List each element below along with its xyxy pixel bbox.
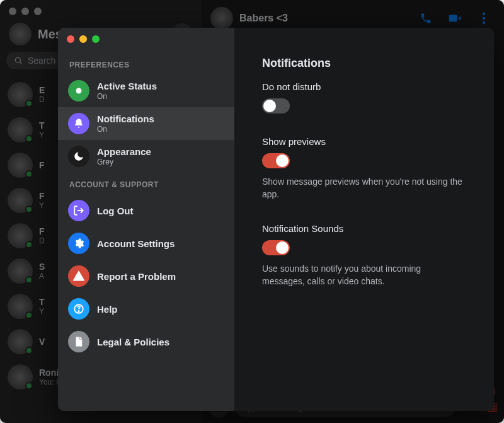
presence-icon xyxy=(25,347,33,354)
nav-help[interactable]: Help xyxy=(58,293,234,325)
active-status-icon xyxy=(68,80,89,101)
presence-icon xyxy=(25,206,33,213)
setting-previews: Show previews Show message previews when… xyxy=(262,136,466,200)
presence-icon xyxy=(25,382,33,390)
previews-label: Show previews xyxy=(262,136,466,147)
presence-icon xyxy=(25,170,33,178)
chat-preview: Y xyxy=(39,130,45,139)
search-placeholder: Search xyxy=(28,55,55,66)
avatar xyxy=(8,258,33,284)
svg-line-1 xyxy=(20,62,22,64)
search-icon xyxy=(14,56,23,65)
preferences-content: Notifications Do not disturb Show previe… xyxy=(234,28,494,411)
sounds-toggle[interactable] xyxy=(262,240,290,255)
maximize-dialog-icon[interactable] xyxy=(92,35,100,43)
setting-dnd: Do not disturb xyxy=(262,81,466,113)
bell-icon xyxy=(68,113,89,134)
svg-point-6 xyxy=(76,88,82,94)
app-window: Messenger Search E D T Y F F xyxy=(0,0,504,423)
sounds-desc: Use sounds to notify you about incoming … xyxy=(262,263,464,287)
chat-name: S xyxy=(39,262,45,272)
moon-icon xyxy=(68,146,89,167)
avatar xyxy=(8,223,33,248)
nav-active-status[interactable]: Active StatusOn xyxy=(58,74,234,107)
chat-preview: A xyxy=(39,272,45,281)
alert-icon xyxy=(68,265,89,287)
section-account: ACCOUNT & SUPPORT xyxy=(58,173,234,194)
nav-account-settings[interactable]: Account Settings xyxy=(58,227,234,260)
logout-icon xyxy=(68,200,89,221)
nav-report-problem[interactable]: Report a Problem xyxy=(58,260,234,293)
avatar[interactable] xyxy=(9,23,32,45)
chat-name: E xyxy=(39,85,45,95)
avatar xyxy=(8,294,33,319)
help-icon xyxy=(68,298,89,320)
svg-point-3 xyxy=(483,13,485,15)
content-title: Notifications xyxy=(262,57,466,70)
chat-preview: D xyxy=(39,236,45,245)
chat-name: F xyxy=(39,160,45,170)
chat-name: F xyxy=(39,226,45,236)
window-controls xyxy=(9,8,42,15)
chat-name: T xyxy=(39,297,45,307)
avatar xyxy=(8,188,33,213)
svg-point-8 xyxy=(78,311,79,312)
minimize-window-icon[interactable] xyxy=(21,8,29,15)
gear-icon xyxy=(68,233,89,254)
nav-appearance[interactable]: AppearanceGrey xyxy=(58,140,234,173)
chat-name: V xyxy=(39,337,45,347)
preferences-dialog: PREFERENCES Active StatusOn Notification… xyxy=(58,28,494,411)
svg-point-0 xyxy=(15,57,20,62)
nav-log-out[interactable]: Log Out xyxy=(58,194,234,227)
presence-icon xyxy=(25,311,33,319)
chat-name: T xyxy=(39,120,45,130)
avatar xyxy=(8,153,33,178)
svg-point-4 xyxy=(483,17,485,20)
svg-rect-2 xyxy=(449,15,457,22)
avatar xyxy=(8,82,33,107)
chat-preview: Y xyxy=(39,307,45,316)
maximize-window-icon[interactable] xyxy=(34,8,42,15)
close-dialog-icon[interactable] xyxy=(67,35,74,43)
presence-icon xyxy=(25,241,33,248)
presence-icon xyxy=(25,100,33,107)
info-button[interactable] xyxy=(472,7,495,30)
dnd-toggle[interactable] xyxy=(262,98,290,113)
chat-avatar[interactable] xyxy=(210,7,233,30)
chat-preview: D xyxy=(39,95,45,104)
presence-icon xyxy=(25,135,33,142)
previews-toggle[interactable] xyxy=(262,153,290,168)
dnd-label: Do not disturb xyxy=(262,81,466,92)
previews-desc: Show message previews when you're not us… xyxy=(262,176,464,200)
document-icon xyxy=(68,331,89,352)
svg-point-5 xyxy=(483,21,485,24)
nav-notifications[interactable]: NotificationsOn xyxy=(58,107,234,140)
section-preferences: PREFERENCES xyxy=(58,53,234,74)
video-call-button[interactable] xyxy=(444,7,466,30)
presence-icon xyxy=(25,276,33,284)
sounds-label: Notification Sounds xyxy=(262,223,466,234)
dialog-window-controls xyxy=(67,35,100,43)
minimize-dialog-icon[interactable] xyxy=(79,35,87,43)
call-button[interactable] xyxy=(415,7,437,30)
preferences-nav: PREFERENCES Active StatusOn Notification… xyxy=(58,28,234,411)
avatar xyxy=(8,329,33,354)
chat-title: Babers <3 xyxy=(239,13,408,24)
nav-legal[interactable]: Legal & Policies xyxy=(58,325,234,358)
avatar xyxy=(8,364,33,390)
setting-sounds: Notification Sounds Use sounds to notify… xyxy=(262,223,466,287)
close-window-icon[interactable] xyxy=(9,8,16,15)
chat-name: F xyxy=(39,191,45,201)
chat-preview: Y xyxy=(39,201,45,210)
avatar xyxy=(8,117,33,142)
